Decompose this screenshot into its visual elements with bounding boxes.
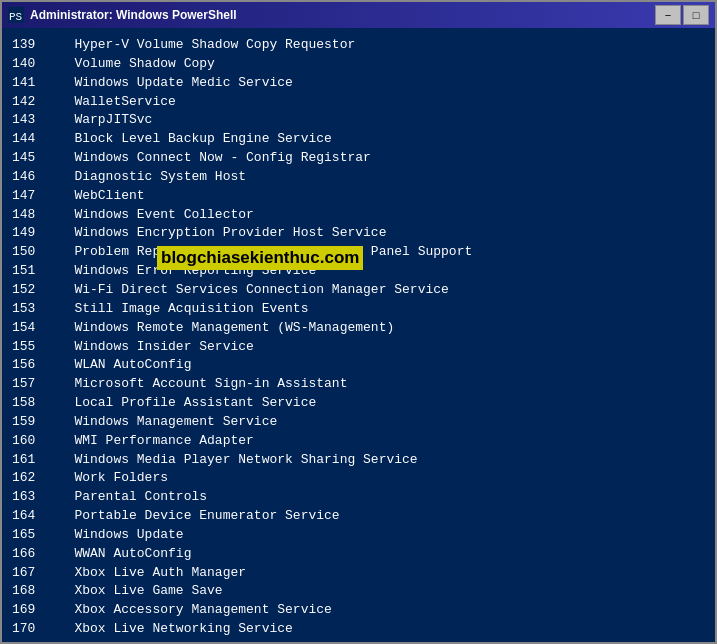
svg-text:PS: PS	[9, 11, 23, 23]
title-bar: PS Administrator: Windows PowerShell − □	[2, 2, 715, 28]
console-body: blogchiasekienthuc.com 139 Hyper-V Volum…	[2, 28, 715, 642]
minimize-button[interactable]: −	[655, 5, 681, 25]
title-bar-left: PS Administrator: Windows PowerShell	[8, 7, 237, 23]
title-text: Administrator: Windows PowerShell	[30, 8, 237, 22]
maximize-button[interactable]: □	[683, 5, 709, 25]
watermark: blogchiasekienthuc.com	[157, 246, 363, 270]
console-output: 139 Hyper-V Volume Shadow Copy Requestor…	[12, 36, 705, 639]
title-buttons: − □	[655, 5, 709, 25]
powershell-icon: PS	[8, 7, 24, 23]
powershell-window: PS Administrator: Windows PowerShell − □…	[0, 0, 717, 644]
